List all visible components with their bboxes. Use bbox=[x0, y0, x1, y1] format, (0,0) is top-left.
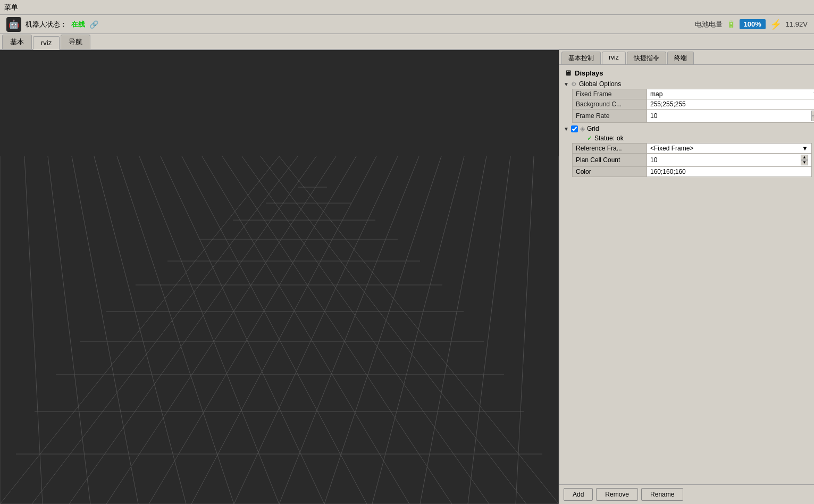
status-check-icon: ✓ bbox=[587, 135, 592, 142]
plan-cell-count-up[interactable]: ▲ bbox=[801, 155, 808, 160]
rename-button[interactable]: Rename bbox=[641, 488, 683, 501]
main-content: 基本控制 rviz 快捷指令 终端 🖥 Displays ▼ ⚙ Global … bbox=[0, 50, 814, 504]
robot-status-section: 🤖 机器人状态： 在线 🔗 bbox=[6, 17, 98, 32]
reference-frame-label: Reference Fra... bbox=[573, 144, 647, 154]
plan-cell-count-label: Plan Cell Count bbox=[573, 154, 647, 167]
menubar: 菜单 bbox=[0, 0, 814, 15]
global-options-label: Global Options bbox=[579, 80, 621, 88]
color-row: Color bbox=[573, 167, 812, 177]
background-input[interactable] bbox=[650, 100, 814, 108]
global-options-toggle[interactable]: ▼ bbox=[564, 81, 569, 87]
remove-button[interactable]: Remove bbox=[596, 488, 638, 501]
background-label: Background C... bbox=[573, 99, 647, 110]
link-icon: 🔗 bbox=[89, 20, 98, 29]
reference-frame-dropdown-icon[interactable]: ▼ bbox=[802, 145, 808, 152]
fixed-frame-label: Fixed Frame bbox=[573, 89, 647, 99]
menu-label: 菜单 bbox=[4, 3, 18, 12]
battery-icon: 🔋 bbox=[727, 20, 735, 28]
color-label: Color bbox=[573, 167, 647, 177]
lightning-icon: ⚡ bbox=[770, 19, 782, 30]
grid-status-row: ✓ Statue: ok bbox=[561, 133, 812, 143]
status-label: Statue: bbox=[594, 135, 615, 142]
plan-cell-count-value[interactable]: 10 ▲ ▼ bbox=[647, 154, 812, 167]
right-tabbar: 基本控制 rviz 快捷指令 终端 bbox=[559, 50, 814, 65]
grid-label: Grid bbox=[587, 125, 599, 132]
global-options-row: ▼ ⚙ Global Options bbox=[561, 79, 812, 89]
grid-visualization bbox=[0, 50, 559, 504]
add-button[interactable]: Add bbox=[564, 488, 593, 501]
tab-basic[interactable]: 基本 bbox=[2, 35, 32, 49]
statusbar: 🤖 机器人状态： 在线 🔗 电池电量 🔋 100% ⚡ 11.92V bbox=[0, 15, 814, 34]
frame-rate-value[interactable]: 10 ▲ ▼ bbox=[647, 110, 815, 123]
right-tab-terminal[interactable]: 终端 bbox=[667, 52, 694, 64]
displays-title: Displays bbox=[575, 69, 603, 77]
displays-header: 🖥 Displays bbox=[561, 67, 812, 79]
color-input[interactable] bbox=[650, 168, 808, 175]
robot-icon: 🤖 bbox=[6, 17, 21, 32]
background-value[interactable] bbox=[647, 99, 815, 110]
bottom-buttons: Add Remove Rename bbox=[559, 484, 814, 504]
tab-navigation[interactable]: 导航 bbox=[61, 35, 90, 49]
right-tab-rviz[interactable]: rviz bbox=[602, 52, 626, 64]
grid-row: ▼ ◈ Grid bbox=[561, 124, 812, 133]
grid-toggle[interactable]: ▼ bbox=[564, 126, 569, 132]
grid-checkbox[interactable] bbox=[571, 125, 578, 132]
fixed-frame-value[interactable]: map ▼ bbox=[647, 89, 815, 99]
displays-panel: 🖥 Displays ▼ ⚙ Global Options Fixed Fram… bbox=[559, 65, 814, 484]
fixed-frame-row: Fixed Frame map ▼ bbox=[573, 89, 815, 99]
right-panel: 基本控制 rviz 快捷指令 终端 🖥 Displays ▼ ⚙ Global … bbox=[559, 50, 814, 504]
grid-icon: ◈ bbox=[580, 125, 585, 132]
frame-rate-row: Frame Rate 10 ▲ ▼ bbox=[573, 110, 815, 123]
plan-cell-count-down[interactable]: ▼ bbox=[801, 160, 808, 165]
displays-monitor-icon: 🖥 bbox=[565, 69, 572, 77]
plan-cell-count-spinner[interactable]: ▲ ▼ bbox=[801, 155, 808, 165]
viewport-3d[interactable] bbox=[0, 50, 559, 504]
battery-section: 电池电量 🔋 100% ⚡ 11.92V bbox=[695, 19, 808, 30]
plan-cell-count-row: Plan Cell Count 10 ▲ ▼ bbox=[573, 154, 812, 167]
global-options-props: Fixed Frame map ▼ Background C... bbox=[572, 89, 814, 123]
background-row: Background C... bbox=[573, 99, 815, 110]
right-tab-shortcuts[interactable]: 快捷指令 bbox=[627, 52, 666, 64]
tab-rviz[interactable]: rviz bbox=[33, 36, 60, 50]
reference-frame-value[interactable]: <Fixed Frame> ▼ bbox=[647, 144, 812, 154]
frame-rate-label: Frame Rate bbox=[573, 110, 647, 123]
frame-rate-down[interactable]: ▼ bbox=[811, 116, 814, 121]
reference-frame-row: Reference Fra... <Fixed Frame> ▼ bbox=[573, 144, 812, 154]
gear-icon: ⚙ bbox=[571, 80, 577, 88]
robot-status-value: 在线 bbox=[71, 20, 85, 29]
color-value[interactable] bbox=[647, 167, 812, 177]
status-value: ok bbox=[617, 135, 624, 142]
right-tab-basic-control[interactable]: 基本控制 bbox=[561, 52, 601, 64]
battery-label: 电池电量 bbox=[695, 20, 723, 29]
frame-rate-up[interactable]: ▲ bbox=[811, 111, 814, 116]
grid-props: Reference Fra... <Fixed Frame> ▼ Plan Ce… bbox=[572, 143, 812, 177]
voltage-value: 11.92V bbox=[786, 20, 808, 28]
frame-rate-spinner[interactable]: ▲ ▼ bbox=[811, 111, 814, 121]
main-tabbar: 基本 rviz 导航 bbox=[0, 34, 814, 50]
robot-label: 机器人状态： bbox=[26, 20, 67, 29]
battery-percent: 100% bbox=[740, 19, 766, 29]
